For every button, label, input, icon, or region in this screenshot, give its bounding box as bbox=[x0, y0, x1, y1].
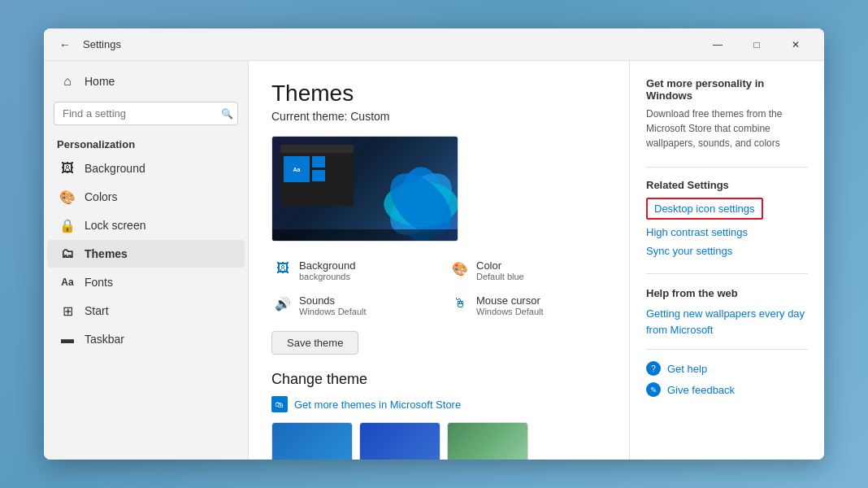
preview-tile-large: Aa bbox=[284, 156, 310, 182]
preview-titlebar bbox=[280, 145, 354, 153]
option-color-icon: 🎨 bbox=[452, 260, 468, 277]
theme-thumb-2[interactable] bbox=[359, 422, 441, 460]
theme-options: 🖼 Background backgrounds 🎨 Color Default… bbox=[271, 255, 606, 321]
high-contrast-link[interactable]: High contrast settings bbox=[646, 226, 808, 238]
sidebar-item-fonts[interactable]: Aa Fonts bbox=[47, 268, 245, 296]
ms-store-icon: 🛍 bbox=[271, 396, 288, 412]
theme-thumb-1[interactable] bbox=[271, 422, 353, 460]
divider-2 bbox=[646, 273, 808, 274]
sidebar-item-lock-screen[interactable]: 🔒 Lock screen bbox=[47, 211, 245, 239]
taskbar-icon: ▬ bbox=[60, 332, 75, 346]
search-icon: 🔍 bbox=[221, 108, 233, 120]
sidebar-item-taskbar[interactable]: ▬ Taskbar bbox=[47, 325, 245, 353]
option-background-icon: 🖼 bbox=[275, 260, 291, 277]
get-more-desc: Download free themes from the Microsoft … bbox=[646, 107, 808, 150]
right-panel: Get more personality in Windows Download… bbox=[629, 61, 824, 460]
get-more-section: Get more personality in Windows Download… bbox=[646, 77, 808, 150]
option-cursor-icon: 🖱 bbox=[452, 295, 468, 312]
give-feedback-item[interactable]: ✎ Give feedback bbox=[646, 382, 808, 397]
change-theme-title: Change theme bbox=[271, 371, 606, 388]
sync-settings-link[interactable]: Sync your settings bbox=[646, 245, 808, 257]
theme-option-color[interactable]: 🎨 Color Default blue bbox=[449, 255, 606, 286]
theme-option-sounds[interactable]: 🔊 Sounds Windows Default bbox=[271, 290, 429, 321]
save-theme-button[interactable]: Save theme bbox=[271, 331, 358, 355]
theme-thumb-3[interactable] bbox=[447, 422, 528, 460]
window-title: Settings bbox=[83, 38, 699, 50]
colors-icon: 🎨 bbox=[60, 190, 75, 204]
maximize-button[interactable]: □ bbox=[738, 32, 775, 58]
sidebar-item-background[interactable]: 🖼 Background bbox=[47, 155, 245, 182]
theme-thumbnails bbox=[271, 422, 606, 460]
close-button[interactable]: ✕ bbox=[777, 32, 814, 58]
back-button[interactable]: ← bbox=[54, 33, 76, 56]
search-box: 🔍 bbox=[54, 102, 238, 125]
preview-tile-small bbox=[312, 156, 325, 182]
sidebar-section-label: Personalization bbox=[44, 132, 248, 154]
page-title: Themes bbox=[271, 81, 606, 107]
divider-3 bbox=[646, 349, 808, 350]
themes-icon: 🗂 bbox=[60, 246, 75, 261]
help-section: Help from the web Getting new wallpapers… bbox=[646, 287, 808, 338]
desktop-icon-settings-link[interactable]: Desktop icon settings bbox=[646, 198, 763, 220]
related-settings-title: Related Settings bbox=[646, 179, 808, 191]
minimize-button[interactable]: — bbox=[699, 32, 736, 58]
window-controls: — □ ✕ bbox=[699, 32, 814, 58]
current-theme-label: Current theme: Custom bbox=[271, 110, 606, 123]
lock-icon: 🔒 bbox=[60, 218, 75, 233]
sidebar-item-home[interactable]: ⌂ Home bbox=[47, 68, 245, 95]
sidebar-item-themes[interactable]: 🗂 Themes bbox=[47, 240, 245, 268]
sidebar-item-start[interactable]: ⊞ Start bbox=[47, 297, 245, 325]
get-help-icon: ? bbox=[646, 361, 661, 376]
content-area: ⌂ Home 🔍 Personalization 🖼 Background 🎨 … bbox=[44, 61, 824, 460]
search-input[interactable] bbox=[54, 102, 238, 125]
preview-tile-sm-1 bbox=[312, 156, 325, 168]
ms-store-link[interactable]: 🛍 Get more themes in Microsoft Store bbox=[271, 396, 606, 412]
theme-preview: Aa bbox=[271, 136, 458, 242]
preview-window: Aa bbox=[280, 145, 354, 206]
preview-taskbar bbox=[272, 229, 458, 241]
background-icon: 🖼 bbox=[60, 161, 75, 176]
main-content: Themes Current theme: Custom Aa bbox=[249, 61, 629, 460]
start-icon: ⊞ bbox=[60, 303, 75, 318]
titlebar: ← Settings — □ ✕ bbox=[44, 28, 824, 61]
theme-option-mouse-cursor[interactable]: 🖱 Mouse cursor Windows Default bbox=[449, 290, 606, 321]
related-settings-section: Related Settings Desktop icon settings H… bbox=[646, 179, 808, 257]
sidebar: ⌂ Home 🔍 Personalization 🖼 Background 🎨 … bbox=[44, 61, 249, 460]
divider-1 bbox=[646, 167, 808, 168]
home-icon: ⌂ bbox=[60, 74, 75, 89]
feedback-icon: ✎ bbox=[646, 382, 661, 397]
fonts-icon: Aa bbox=[60, 275, 75, 290]
preview-tile-sm-2 bbox=[312, 170, 325, 181]
theme-option-background[interactable]: 🖼 Background backgrounds bbox=[271, 255, 429, 286]
help-from-web-title: Help from the web bbox=[646, 287, 808, 299]
sidebar-item-colors[interactable]: 🎨 Colors bbox=[47, 183, 245, 211]
settings-window: ← Settings — □ ✕ ⌂ Home 🔍 P bbox=[44, 28, 824, 460]
web-wallpapers-link[interactable]: Getting new wallpapers every day from Mi… bbox=[646, 306, 808, 338]
option-sounds-icon: 🔊 bbox=[275, 295, 291, 312]
get-help-item[interactable]: ? Get help bbox=[646, 361, 808, 376]
get-more-title: Get more personality in Windows bbox=[646, 77, 808, 102]
preview-content: Aa bbox=[280, 153, 354, 185]
